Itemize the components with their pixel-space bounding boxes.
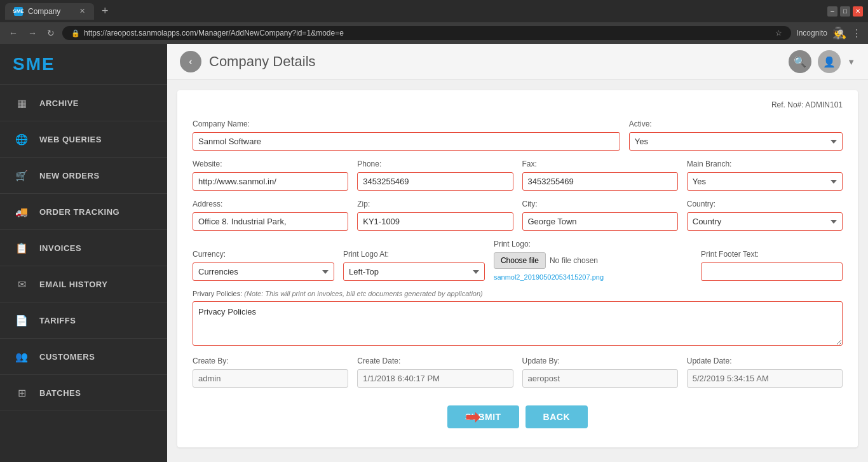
- currency-select[interactable]: Currencies: [193, 262, 334, 281]
- footer-buttons: ➡ SUBMIT BACK: [193, 397, 843, 432]
- sidebar-item-archive[interactable]: ▦ ARCHIVE: [0, 85, 167, 121]
- nav-refresh-btn[interactable]: ↻: [44, 27, 57, 39]
- update-by-label: Update By:: [522, 357, 678, 365]
- sidebar-item-tariffs[interactable]: 📄 TARIFFS: [0, 302, 167, 339]
- avatar-btn[interactable]: 👤: [818, 50, 841, 73]
- browser-chrome: SME Company ✕ + – □ ✕: [0, 0, 868, 22]
- form-row-2: Website: Phone: Fax: Main Branch: Yes No: [193, 160, 843, 191]
- file-link[interactable]: sanmol2_20190502053415207.png: [494, 273, 692, 281]
- tariffs-label: TARIFFS: [39, 316, 76, 325]
- create-date-group: Create Date:: [357, 357, 513, 388]
- privacy-textarea[interactable]: [193, 301, 843, 346]
- tab-close-btn[interactable]: ✕: [79, 7, 85, 15]
- email-history-label: EMAIL HISTORY: [39, 280, 107, 289]
- batches-icon: ⊞: [13, 384, 31, 402]
- minimize-btn[interactable]: –: [827, 6, 837, 17]
- brand-text: SME: [13, 54, 55, 74]
- sidebar-item-new-orders[interactable]: 🛒 NEW ORDERS: [0, 158, 167, 194]
- phone-label: Phone:: [357, 160, 513, 168]
- phone-group: Phone:: [357, 160, 513, 191]
- main-content: ‹ Company Details 🔍 👤 ▼ Ref. No#: ADMIN1…: [167, 44, 868, 462]
- company-name-label: Company Name:: [193, 119, 620, 128]
- currency-label: Currency:: [193, 250, 334, 259]
- star-icon[interactable]: ☆: [775, 29, 782, 37]
- create-by-group: Create By:: [193, 357, 348, 388]
- country-label: Country:: [687, 200, 843, 208]
- active-label: Active:: [629, 119, 843, 128]
- zip-group: Zip:: [357, 200, 513, 231]
- app-container: SME ▦ ARCHIVE 🌐 WEB QUERIES 🛒 NEW ORDERS…: [0, 44, 868, 462]
- sidebar-item-batches[interactable]: ⊞ BATCHES: [0, 375, 167, 411]
- print-footer-input[interactable]: [701, 262, 843, 281]
- page-header: ‹ Company Details 🔍 👤 ▼: [167, 44, 868, 80]
- form-container: Ref. No#: ADMIN101 Company Name: Active:…: [177, 90, 858, 447]
- print-logo-at-label: Print Logo At:: [343, 250, 485, 259]
- archive-icon: ▦: [13, 94, 31, 112]
- close-btn[interactable]: ✕: [853, 6, 863, 17]
- maximize-btn[interactable]: □: [840, 6, 850, 17]
- create-by-label: Create By:: [193, 357, 348, 365]
- new-orders-label: NEW ORDERS: [39, 171, 100, 180]
- avatar-dropdown-icon[interactable]: ▼: [847, 57, 855, 67]
- back-form-btn[interactable]: BACK: [526, 405, 588, 428]
- update-date-label: Update Date:: [687, 357, 843, 365]
- company-name-input[interactable]: [193, 132, 620, 151]
- invoices-label: INVOICES: [39, 243, 81, 253]
- print-logo-at-select[interactable]: Left-Top Right-Top Center: [343, 262, 485, 281]
- search-btn[interactable]: 🔍: [789, 50, 811, 73]
- privacy-note-text: (Note: This will print on invoices, bill…: [244, 290, 482, 297]
- sidebar-item-customers[interactable]: 👥 CUSTOMERS: [0, 339, 167, 375]
- nav-back-btn[interactable]: ←: [6, 27, 20, 39]
- company-name-group: Company Name:: [193, 119, 620, 151]
- url-text: https://areopost.sanmolapps.com/Manager/…: [84, 29, 344, 37]
- website-label: Website:: [193, 160, 348, 168]
- file-input-wrapper: Choose file No file chosen: [494, 252, 692, 269]
- back-navigation-btn[interactable]: ‹: [180, 51, 201, 72]
- form-row-1: Company Name: Active: Yes No: [193, 119, 843, 151]
- main-branch-label: Main Branch:: [687, 160, 843, 168]
- create-date-label: Create Date:: [357, 357, 513, 365]
- choose-file-btn[interactable]: Choose file: [494, 252, 546, 269]
- sidebar: SME ▦ ARCHIVE 🌐 WEB QUERIES 🛒 NEW ORDERS…: [0, 44, 167, 462]
- update-date-group: Update Date:: [687, 357, 843, 388]
- country-select[interactable]: Country: [687, 212, 843, 231]
- new-orders-icon: 🛒: [13, 166, 31, 184]
- address-bar-row: ← → ↻ 🔒 https://areopost.sanmolapps.com/…: [0, 22, 868, 44]
- zip-input[interactable]: [357, 212, 513, 231]
- address-input[interactable]: [193, 212, 348, 231]
- print-footer-label: Print Footer Text:: [701, 250, 843, 259]
- tab-title: Company: [28, 7, 60, 16]
- menu-icon[interactable]: ⋮: [851, 27, 862, 39]
- city-input[interactable]: [522, 212, 678, 231]
- nav-forward-btn[interactable]: →: [25, 27, 39, 39]
- active-group: Active: Yes No: [629, 119, 843, 151]
- order-tracking-label: ORDER TRACKING: [39, 207, 119, 217]
- print-logo-label: Print Logo:: [494, 240, 692, 248]
- invoices-icon: 📋: [13, 239, 31, 257]
- order-tracking-icon: 🚚: [13, 203, 31, 221]
- fax-input[interactable]: [522, 172, 678, 191]
- ref-number: Ref. No#: ADMIN101: [193, 100, 843, 109]
- privacy-note: Privary Policies: (Note: This will print…: [193, 290, 843, 297]
- city-label: City:: [522, 200, 678, 208]
- new-tab-btn[interactable]: +: [98, 4, 112, 18]
- main-branch-select[interactable]: Yes No: [687, 172, 843, 191]
- address-bar[interactable]: 🔒 https://areopost.sanmolapps.com/Manage…: [62, 26, 791, 40]
- currency-group: Currency: Currencies: [193, 250, 334, 281]
- sidebar-item-invoices[interactable]: 📋 INVOICES: [0, 230, 167, 266]
- customers-label: CUSTOMERS: [39, 352, 95, 362]
- browser-tab[interactable]: SME Company ✕: [5, 3, 94, 20]
- sidebar-item-web-queries[interactable]: 🌐 WEB QUERIES: [0, 121, 167, 158]
- form-row-3: Address: Zip: City: Country: Country: [193, 200, 843, 231]
- phone-input[interactable]: [357, 172, 513, 191]
- submit-btn[interactable]: SUBMIT: [447, 405, 519, 428]
- addr-right: ☆: [775, 29, 782, 37]
- update-date-input: [687, 369, 843, 388]
- web-queries-label: WEB QUERIES: [39, 135, 102, 144]
- sidebar-item-email-history[interactable]: ✉ EMAIL HISTORY: [0, 266, 167, 302]
- website-input[interactable]: [193, 172, 348, 191]
- sidebar-item-order-tracking[interactable]: 🚚 ORDER TRACKING: [0, 194, 167, 230]
- active-select[interactable]: Yes No: [629, 132, 843, 151]
- page-title: Company Details: [209, 53, 316, 70]
- privacy-label: Privary Policies:: [193, 290, 242, 297]
